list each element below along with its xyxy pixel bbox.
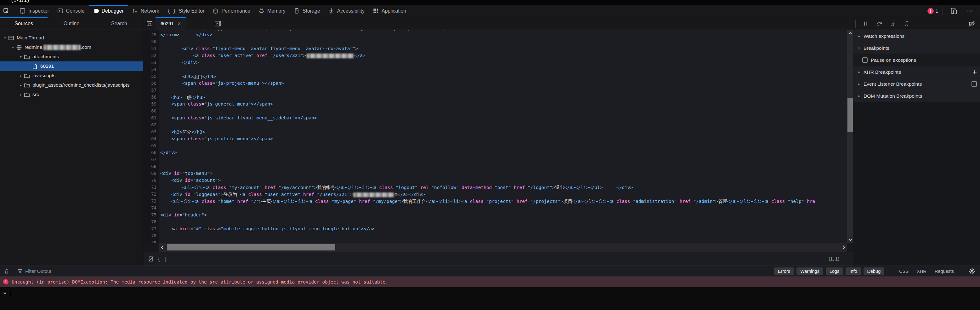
- line-number[interactable]: 78: [151, 233, 156, 240]
- collapse-sources-panel-button[interactable]: [143, 17, 156, 30]
- line-number[interactable]: 73: [151, 198, 156, 205]
- filter-warnings-button[interactable]: Warnings: [797, 267, 823, 275]
- twisty-icon[interactable]: ▾: [857, 46, 862, 50]
- tab-application[interactable]: Application: [369, 5, 410, 17]
- code-line[interactable]: [160, 88, 815, 94]
- twisty-icon[interactable]: ▸: [857, 70, 862, 74]
- line-number[interactable]: 53: [151, 60, 156, 67]
- code-line[interactable]: [160, 122, 815, 129]
- line-number[interactable]: 70: [151, 178, 156, 185]
- code-line[interactable]: <span class="js-general-menu"></span>: [160, 101, 815, 109]
- step-in-button[interactable]: [890, 20, 897, 27]
- pause-on-exceptions-checkbox[interactable]: [862, 58, 868, 63]
- twisty-icon[interactable]: ▸: [18, 83, 23, 87]
- code-line[interactable]: </div>: [160, 150, 815, 157]
- line-number[interactable]: 60: [151, 109, 156, 115]
- line-number[interactable]: 68: [151, 164, 156, 171]
- line-number[interactable]: 52: [151, 53, 156, 60]
- filter-errors-button[interactable]: Errors: [774, 267, 794, 275]
- code-line[interactable]: <a href="#" class="mobile-toggle-button …: [160, 226, 815, 233]
- filter-xhr-button[interactable]: XHR: [913, 267, 930, 275]
- sidebar-tab-search[interactable]: Search: [95, 17, 143, 30]
- code-line[interactable]: <div class="flyout-menu__avatar flyout-m…: [160, 46, 815, 53]
- code-line[interactable]: <span class="js-profile-menu"></span>: [160, 136, 815, 143]
- tab-debugger[interactable]: Debugger: [89, 5, 128, 17]
- tab-memory[interactable]: Memory: [255, 5, 290, 17]
- code-line[interactable]: [160, 233, 815, 240]
- scroll-left-icon[interactable]: [159, 246, 166, 249]
- line-number[interactable]: 72: [151, 192, 156, 198]
- code-line[interactable]: [160, 157, 815, 164]
- filter-css-button[interactable]: CSS: [896, 267, 912, 275]
- section-watch-expressions[interactable]: ▸Watch expressions: [853, 30, 980, 42]
- code-line[interactable]: </div>: [160, 60, 815, 67]
- filter-output-input[interactable]: Filter Output: [25, 268, 51, 274]
- section-dom-mutation-breakpoints[interactable]: ▸DOM Mutation Breakpoints: [853, 90, 980, 102]
- code-line[interactable]: <div id="account">: [160, 178, 815, 185]
- console-input-row[interactable]: »: [0, 287, 980, 299]
- code-line[interactable]: [160, 39, 815, 46]
- pick-element-button[interactable]: [0, 5, 13, 17]
- code-view[interactable]: <input type="text" name="q" id="flyout-s…: [160, 30, 847, 243]
- editor-vertical-scrollbar[interactable]: [847, 30, 853, 243]
- code-line[interactable]: </form> </div>: [160, 32, 815, 39]
- tree-item-src[interactable]: ▸src: [0, 90, 143, 99]
- error-count-badge[interactable]: ! 1: [928, 8, 938, 14]
- twisty-icon[interactable]: ▸: [857, 94, 862, 97]
- code-line[interactable]: <a class="user active" href="/users/321"…: [160, 53, 815, 60]
- pretty-print-button[interactable]: { }: [158, 256, 168, 262]
- add-xhr-breakpoint-button[interactable]: +: [972, 69, 977, 76]
- twisty-icon[interactable]: ▾: [18, 55, 23, 59]
- code-line[interactable]: <div id="top-menu">: [160, 171, 815, 178]
- line-number[interactable]: 59: [151, 101, 156, 109]
- filter-logs-button[interactable]: Logs: [826, 267, 843, 275]
- line-number[interactable]: 63: [151, 129, 156, 136]
- editor-horizontal-scrollbar[interactable]: [159, 243, 847, 252]
- close-tab-icon[interactable]: ×: [178, 21, 181, 26]
- code-line[interactable]: [160, 219, 815, 226]
- code-line[interactable]: [160, 143, 815, 150]
- tab-style-editor[interactable]: { }Style Editor: [163, 5, 208, 17]
- step-over-button[interactable]: [876, 20, 883, 27]
- code-line[interactable]: <span class="js-project-menu"></span>: [160, 81, 815, 88]
- line-number[interactable]: 67: [151, 157, 156, 164]
- line-number[interactable]: 61: [151, 115, 156, 122]
- line-number[interactable]: 79: [151, 240, 156, 243]
- line-number[interactable]: 69: [151, 171, 156, 178]
- line-number[interactable]: 56: [151, 81, 156, 88]
- section-event-listener-breakpoints[interactable]: ▸Event Listener Breakpoints: [853, 78, 980, 90]
- code-line[interactable]: <div id="loggedas">登录为 <a class="user ac…: [160, 192, 815, 198]
- sidebar-tab-outline[interactable]: Outline: [48, 17, 95, 30]
- twisty-icon[interactable]: ▾: [3, 36, 8, 40]
- tree-item-javascripts[interactable]: ▸javascripts: [0, 71, 143, 80]
- source-tab-60291[interactable]: 60291 ×: [156, 17, 186, 30]
- code-line[interactable]: [160, 205, 815, 213]
- line-number[interactable]: 55: [151, 74, 156, 81]
- tree-item-60291[interactable]: 60291: [0, 61, 143, 71]
- line-number[interactable]: 62: [151, 122, 156, 129]
- section-pause-on-exceptions[interactable]: Pause on exceptions: [853, 54, 980, 66]
- code-line[interactable]: <div id="header">: [160, 213, 815, 219]
- code-line[interactable]: <h3>简介</h3>: [160, 129, 815, 136]
- twisty-icon[interactable]: ▸: [18, 93, 23, 96]
- line-number[interactable]: 58: [151, 94, 156, 101]
- clear-console-button[interactable]: [3, 268, 11, 274]
- line-number[interactable]: 54: [151, 67, 156, 74]
- deactivate-breakpoints-button[interactable]: [968, 20, 975, 27]
- section-xhr-breakpoints[interactable]: ▸XHR Breakpoints+: [853, 66, 980, 78]
- twisty-icon[interactable]: ▸: [857, 34, 862, 38]
- line-number[interactable]: 77: [151, 226, 156, 233]
- responsive-design-mode-button[interactable]: [947, 8, 961, 14]
- toggle-panes-button[interactable]: [215, 17, 221, 30]
- filter-debug-button[interactable]: Debug: [864, 267, 885, 275]
- line-number[interactable]: 51: [151, 46, 156, 53]
- filter-info-button[interactable]: Info: [846, 267, 861, 275]
- section-breakpoints[interactable]: ▾Breakpoints: [853, 42, 980, 54]
- tab-console[interactable]: Console: [53, 5, 89, 17]
- filter-requests-button[interactable]: Requests: [932, 267, 957, 275]
- line-number[interactable]: 50: [151, 39, 156, 46]
- line-number[interactable]: 49: [151, 32, 156, 39]
- scroll-right-icon[interactable]: [840, 246, 847, 249]
- sidebar-tab-sources[interactable]: Sources: [0, 17, 48, 30]
- pause-button[interactable]: [862, 21, 869, 27]
